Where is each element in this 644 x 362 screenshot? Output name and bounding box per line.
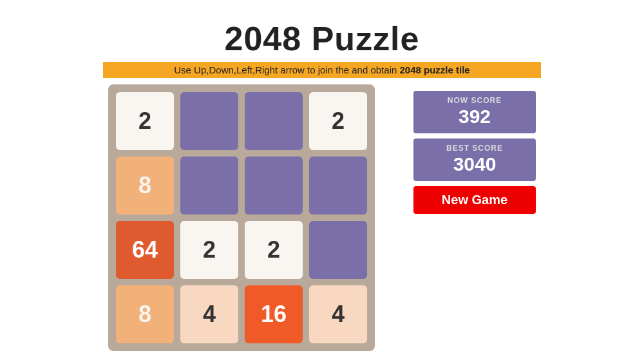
tile-4: 8 [116, 157, 174, 214]
subtitle-normal: Use Up,Down,Left,Right arrow to join the… [174, 64, 399, 75]
tile-0: 2 [116, 92, 174, 150]
new-game-button[interactable]: New Game [413, 186, 536, 214]
main-layout: 228642284164 NOW SCORE 392 BEST SCORE 30… [0, 84, 644, 351]
best-score-value: 3040 [420, 153, 529, 176]
tile-1 [180, 92, 238, 150]
tile-11 [309, 221, 367, 279]
tile-13: 4 [180, 285, 238, 343]
subtitle-bold: 2048 puzzle tile [399, 64, 469, 75]
tile-3: 2 [309, 92, 367, 150]
best-score-box: BEST SCORE 3040 [413, 138, 536, 181]
subtitle-bar: Use Up,Down,Left,Right arrow to join the… [103, 62, 541, 78]
tile-7 [309, 157, 367, 214]
tile-10: 2 [245, 221, 303, 279]
tile-14: 16 [245, 285, 303, 343]
now-score-label: NOW SCORE [420, 96, 529, 105]
tile-8: 64 [116, 221, 174, 279]
tile-2 [245, 92, 303, 150]
best-score-label: BEST SCORE [420, 144, 529, 153]
sidebar: NOW SCORE 392 BEST SCORE 3040 New Game [413, 91, 536, 214]
now-score-box: NOW SCORE 392 [413, 91, 536, 133]
tile-9: 2 [180, 221, 238, 279]
tile-6 [245, 157, 303, 214]
tile-15: 4 [309, 285, 367, 343]
game-board[interactable]: 228642284164 [108, 84, 375, 351]
page-title: 2048 Puzzle [0, 19, 644, 58]
tile-5 [180, 157, 238, 214]
tile-12: 8 [116, 285, 174, 343]
now-score-value: 392 [420, 105, 529, 128]
